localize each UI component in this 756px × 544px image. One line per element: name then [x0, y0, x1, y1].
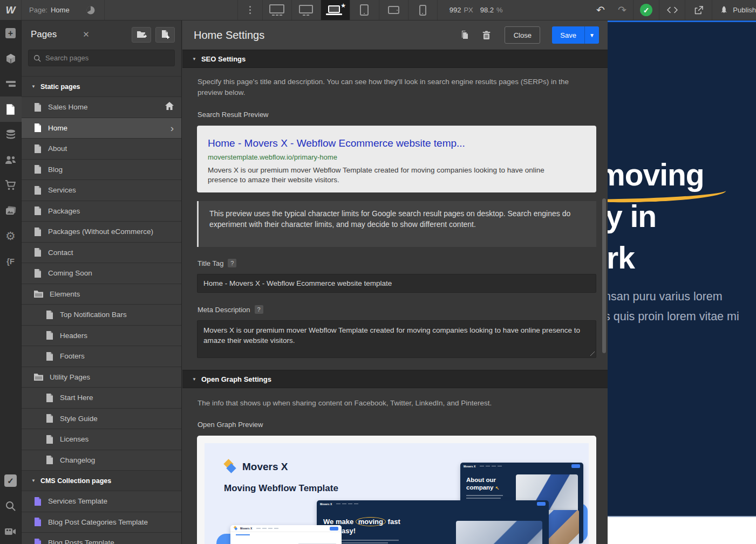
page-item-packages-without-ecommerce[interactable]: Packages (Without eCommerce) [22, 221, 181, 242]
video-tutorials-button[interactable] [0, 519, 22, 544]
page-item-blog-post-categories-template[interactable]: Blog Post Categories Template [22, 512, 181, 533]
page-item-label: Services [48, 186, 174, 194]
zoom-value[interactable]: 98.2 [480, 6, 494, 14]
seo-settings-section-header[interactable]: ▼ SEO Settings [182, 50, 608, 68]
pages-panel-title: Pages [31, 29, 57, 40]
close-settings-button[interactable]: Close [505, 26, 540, 44]
webflow-logo-icon[interactable]: W [0, 0, 22, 20]
page-item-contact[interactable]: Contact [22, 242, 181, 263]
page-item-services[interactable]: Services [22, 180, 181, 201]
breakpoint-menu-button[interactable] [237, 0, 262, 20]
og-section-title: Open Graph Settings [201, 375, 271, 383]
open-graph-section-header[interactable]: ▼ Open Graph Settings [182, 370, 608, 388]
users-button[interactable] [0, 147, 22, 173]
page-item-licenses[interactable]: Licenses [22, 429, 181, 450]
page-item-home[interactable]: Home› [22, 118, 181, 139]
trash-icon [482, 31, 491, 40]
preview-toggle[interactable] [77, 0, 105, 20]
page-item-label: Coming Soon [48, 269, 174, 277]
page-item-blog[interactable]: Blog [22, 159, 181, 180]
assets-button[interactable] [0, 198, 22, 223]
breakpoint-tablet-landscape[interactable] [379, 0, 408, 20]
meta-description-textarea[interactable]: Movers X is our premium mover Webflow Te… [197, 320, 596, 358]
textarea-resize-handle[interactable] [590, 351, 595, 356]
redo-button[interactable]: ↷ [611, 0, 633, 20]
page-settings-panel: Home Settings Close [182, 20, 608, 544]
settings-scrollbar-thumb[interactable] [602, 198, 606, 353]
page-item-changelog[interactable]: Changelog [22, 450, 181, 471]
duplicate-page-button[interactable] [458, 29, 471, 42]
chevron-down-icon: ▼ [589, 32, 595, 38]
pages-list: ▼Static pagesSales HomeHome›AboutBlogSer… [22, 76, 181, 544]
export-code-button[interactable] [659, 0, 685, 20]
redo-icon: ↷ [618, 4, 626, 16]
design-canvas[interactable]: moving y in rk nsan puru varius lorem s … [608, 20, 756, 544]
components-button[interactable] [0, 46, 22, 71]
og-preview-image: Movers X Moving Webflow Template Movers … [205, 443, 589, 544]
page-item-label: Style Guide [60, 415, 174, 423]
publish-button[interactable]: Publish [712, 0, 756, 20]
page-icon [46, 394, 53, 402]
breakpoint-bar: ★ [237, 0, 437, 20]
pages-panel-header: Pages ✕ [22, 20, 181, 49]
page-item-blog-posts-template[interactable]: Blog Posts Template [22, 532, 181, 544]
page-label: Page: [29, 6, 47, 14]
hero-paragraph-fragment-2: s quis proin lorem vitae mi [608, 310, 739, 323]
page-icon [34, 123, 42, 132]
ecommerce-button[interactable] [0, 173, 22, 198]
breakpoint-mobile[interactable] [408, 0, 437, 20]
delete-page-button[interactable] [480, 29, 493, 42]
audit-check-icon: ✓ [4, 474, 17, 487]
page-item-about[interactable]: About [22, 138, 181, 159]
canvas-width-value[interactable]: 992 [449, 6, 461, 14]
canvas-metrics[interactable]: 992 PX 98.2 % [437, 0, 503, 20]
page-item-utility-pages[interactable]: Utility Pages [22, 367, 181, 388]
page-item-headers[interactable]: Headers [22, 325, 181, 346]
quick-find-button[interactable] [0, 493, 22, 519]
page-item-services-template[interactable]: Services Template [22, 491, 181, 512]
undo-button[interactable]: ↶ [590, 0, 611, 20]
page-item-coming-soon[interactable]: Coming Soon [22, 263, 181, 284]
page-item-style-guide[interactable]: Style Guide [22, 408, 181, 429]
add-elements-button[interactable]: + [0, 20, 22, 46]
new-folder-button[interactable] [132, 27, 151, 43]
page-item-label: About [48, 144, 174, 153]
save-options-button[interactable]: ▼ [584, 26, 599, 44]
title-tag-input[interactable] [197, 274, 596, 293]
breakpoint-tablet[interactable] [350, 0, 379, 20]
page-item-start-here[interactable]: Start Here [22, 387, 181, 408]
pages-section-cms-collection-pages[interactable]: ▼CMS Collection pages [22, 470, 181, 491]
page-item-top-notification-bars[interactable]: Top Notification Bars [22, 304, 181, 325]
new-page-button[interactable] [155, 27, 175, 43]
breakpoint-desktop-large[interactable] [262, 0, 291, 20]
page-item-sales-home[interactable]: Sales Home [22, 97, 181, 118]
breakpoint-desktop[interactable] [291, 0, 321, 20]
breakpoint-base[interactable]: ★ [321, 0, 350, 20]
settings-button[interactable]: ⚙ [0, 223, 22, 249]
pages-search-input[interactable] [45, 54, 153, 62]
navigator-button[interactable] [0, 71, 22, 97]
page-item-packages[interactable]: Packages [22, 201, 181, 222]
serp-title: Home - Movers X - Webflow Ecommerce webs… [208, 137, 585, 149]
page-icon [34, 144, 42, 153]
meta-description-help-badge[interactable]: ? [255, 305, 263, 314]
title-tag-help-badge[interactable]: ? [228, 259, 236, 267]
save-button[interactable]: Save [552, 26, 584, 44]
saved-status-button[interactable]: ✓ [633, 0, 659, 20]
pages-search[interactable] [28, 50, 175, 66]
close-pages-panel-button[interactable]: ✕ [83, 30, 90, 39]
page-item-label: Top Notification Bars [60, 311, 174, 319]
custom-code-button[interactable]: {F [0, 249, 22, 274]
pages-section-static-pages[interactable]: ▼Static pages [22, 76, 181, 97]
cms-button[interactable] [0, 122, 22, 147]
laptop-star-icon: ★ [328, 5, 342, 15]
page-item-footers[interactable]: Footers [22, 346, 181, 367]
settings-title: Home Settings [194, 29, 264, 42]
share-button[interactable] [685, 0, 712, 20]
page-item-label: Changelog [60, 456, 174, 464]
cms-page-icon [34, 518, 42, 526]
pages-button[interactable] [0, 97, 22, 122]
audit-panel-button[interactable]: ✓ [0, 468, 22, 493]
page-selector[interactable]: Page: Home [22, 0, 77, 20]
page-item-elements[interactable]: Elements [22, 284, 181, 305]
